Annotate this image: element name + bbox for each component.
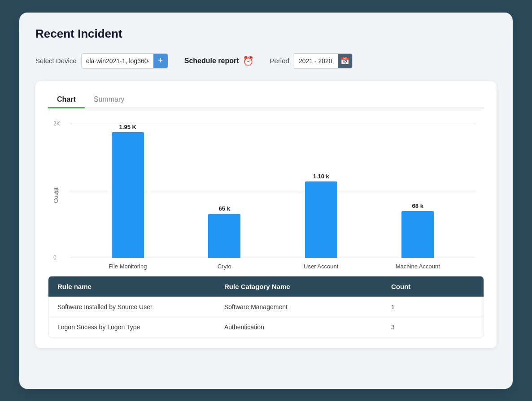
bar-label-cryto: Cryto <box>218 263 231 270</box>
bar-label-user-account: User Account <box>304 263 338 270</box>
inner-card: Chart Summary Count 2K 1k 0 <box>35 81 497 348</box>
schedule-report-label: Schedule report <box>184 57 239 65</box>
period-value: 2021 - 2020 <box>293 54 338 68</box>
bar-machine-account <box>401 211 434 258</box>
table-cell-category-1: Software Management <box>224 303 391 310</box>
select-device-group: Select Device + <box>35 53 168 69</box>
controls-row: Select Device + Schedule report ⏰ Period… <box>35 53 497 69</box>
select-device-label: Select Device <box>35 57 77 65</box>
device-input[interactable] <box>82 54 153 68</box>
bar-user-account <box>305 181 337 258</box>
table-row: Software Installed by Source User Softwa… <box>48 297 484 317</box>
table-cell-rule-name-1: Software Installed by Source User <box>57 303 224 310</box>
table-row: Logon Sucess by Logon Type Authenticatio… <box>48 317 484 337</box>
device-add-button[interactable]: + <box>153 54 168 68</box>
table-cell-rule-name-2: Logon Sucess by Logon Type <box>57 323 224 331</box>
period-value-wrap: 2021 - 2020 📅 <box>293 53 353 69</box>
y-label-2k: 2K <box>53 121 60 127</box>
bar-value-machine-account: 68 k <box>412 203 423 209</box>
table-cell-count-1: 1 <box>391 303 475 310</box>
bar-label-machine-account: Machine Account <box>396 263 440 270</box>
device-input-wrap: + <box>81 53 168 69</box>
table-header-category: Rule Catagory Name <box>224 283 391 290</box>
bar-value-cryto: 65 k <box>219 205 230 212</box>
bar-file-monitoring <box>112 132 144 258</box>
bar-value-user-account: 1.10 k <box>313 173 329 180</box>
bar-cryto <box>208 214 240 258</box>
table-header: Rule name Rule Catagory Name Count <box>48 276 484 297</box>
tab-summary[interactable]: Summary <box>85 92 133 108</box>
calendar-icon: 📅 <box>340 56 349 65</box>
outer-card: Recent Incident Select Device + Schedule… <box>19 13 513 389</box>
period-label: Period <box>270 57 289 65</box>
table-header-rule-name: Rule name <box>57 283 224 290</box>
data-table: Rule name Rule Catagory Name Count Softw… <box>48 276 484 337</box>
table-cell-count-2: 3 <box>391 323 475 331</box>
schedule-report-group: Schedule report ⏰ <box>184 56 254 66</box>
tabs-row: Chart Summary <box>48 92 484 108</box>
tab-chart[interactable]: Chart <box>48 92 85 108</box>
y-label-0: 0 <box>53 254 57 261</box>
bar-value-file-monitoring: 1.95 K <box>119 124 136 130</box>
calendar-button[interactable]: 📅 <box>338 54 352 68</box>
table-header-count: Count <box>391 283 475 290</box>
table-cell-category-2: Authentication <box>224 323 391 331</box>
alarm-icon[interactable]: ⏰ <box>243 56 254 66</box>
y-label-1k: 1k <box>53 188 59 194</box>
period-group: Period 2021 - 2020 📅 <box>270 53 353 69</box>
page-title: Recent Incident <box>35 27 497 41</box>
bar-label-file-monitoring: File Monitoring <box>109 263 147 270</box>
